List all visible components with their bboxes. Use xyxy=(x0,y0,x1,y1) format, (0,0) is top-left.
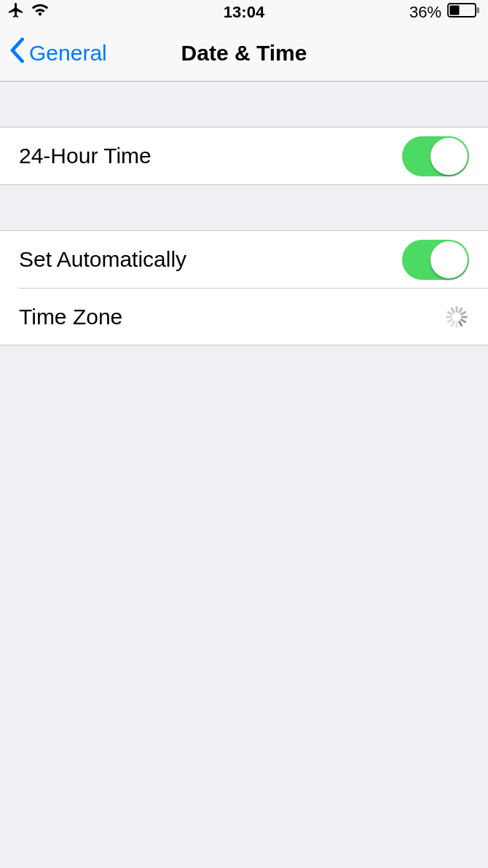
chevron-left-icon xyxy=(9,37,29,69)
switch-set-automatically[interactable] xyxy=(402,240,469,280)
airplane-mode-icon xyxy=(7,1,25,23)
cell-label-set-auto: Set Automatically xyxy=(19,247,186,272)
battery-percent: 36% xyxy=(409,3,441,22)
status-bar: 13:04 36% xyxy=(0,0,488,25)
settings-group-time-format: 24-Hour Time xyxy=(0,127,488,185)
loading-spinner-icon xyxy=(444,305,469,329)
wifi-icon xyxy=(31,3,50,22)
group-spacer xyxy=(0,82,488,127)
settings-group-auto: Set Automatically Time Zone xyxy=(0,230,488,345)
cell-set-automatically: Set Automatically xyxy=(0,231,488,288)
back-button[interactable]: General xyxy=(0,37,107,69)
cell-label-24-hour: 24-Hour Time xyxy=(19,144,151,168)
back-label: General xyxy=(29,41,107,66)
svg-rect-1 xyxy=(450,6,460,15)
group-spacer xyxy=(0,185,488,230)
navigation-bar: General Date & Time xyxy=(0,25,488,82)
cell-label-time-zone: Time Zone xyxy=(19,305,122,329)
battery-icon xyxy=(447,3,481,22)
cell-time-zone[interactable]: Time Zone xyxy=(19,288,488,345)
svg-rect-2 xyxy=(477,7,480,13)
cell-24-hour-time: 24-Hour Time xyxy=(0,128,488,184)
switch-24-hour-time[interactable] xyxy=(402,136,469,176)
